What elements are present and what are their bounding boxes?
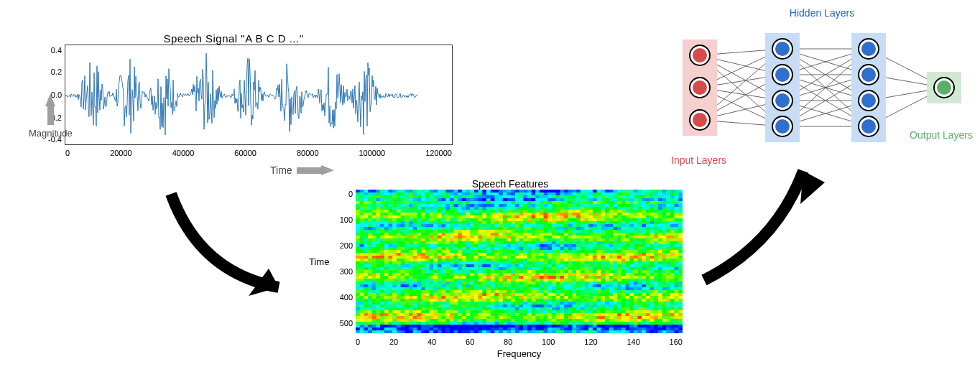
- svg-rect-807: [384, 218, 389, 222]
- svg-rect-2903: [450, 293, 454, 297]
- svg-rect-2817: [425, 290, 430, 294]
- svg-rect-3276: [666, 305, 670, 308]
- svg-rect-1619: [433, 247, 438, 251]
- svg-rect-386: [625, 201, 629, 205]
- svg-rect-482: [364, 207, 368, 210]
- svg-rect-1214: [413, 233, 417, 236]
- svg-rect-2857: [588, 290, 593, 294]
- svg-rect-1285: [376, 236, 380, 239]
- svg-rect-3303: [450, 307, 454, 311]
- svg-rect-1244: [535, 233, 540, 236]
- svg-rect-2432: [486, 276, 491, 279]
- svg-rect-3366: [380, 310, 384, 314]
- svg-rect-1949: [474, 259, 479, 262]
- svg-rect-3637: [507, 319, 511, 322]
- svg-rect-3190: [642, 302, 646, 305]
- svg-rect-3888: [552, 327, 556, 331]
- svg-rect-3925: [376, 330, 380, 333]
- svg-rect-754: [494, 215, 499, 219]
- svg-rect-1389: [474, 238, 479, 242]
- svg-rect-599: [515, 210, 519, 213]
- svg-rect-1784: [454, 253, 458, 256]
- svg-rect-2662: [445, 284, 450, 288]
- svg-rect-202: [527, 195, 532, 199]
- svg-rect-3689: [392, 322, 397, 325]
- svg-rect-2380: [601, 273, 605, 277]
- svg-rect-1099: [597, 227, 601, 231]
- svg-rect-3852: [405, 327, 409, 331]
- svg-rect-2906: [462, 293, 466, 297]
- svg-rect-243: [368, 198, 372, 202]
- svg-rect-2279: [515, 270, 519, 274]
- svg-rect-2006: [380, 261, 384, 265]
- svg-rect-3363: [368, 310, 372, 314]
- svg-rect-1413: [572, 238, 576, 242]
- svg-rect-2624: [617, 282, 621, 285]
- flow-arrow-2-icon: [697, 151, 833, 294]
- svg-rect-2266: [462, 270, 466, 274]
- svg-rect-2667: [466, 284, 471, 288]
- svg-rect-903: [450, 221, 454, 225]
- svg-rect-110: [479, 192, 483, 196]
- svg-rect-1580: [601, 244, 605, 248]
- svg-rect-1578: [593, 244, 597, 248]
- svg-rect-1180: [601, 230, 605, 233]
- svg-rect-3131: [401, 302, 405, 305]
- svg-rect-421: [441, 204, 445, 208]
- svg-rect-2734: [413, 287, 417, 291]
- svg-rect-3986: [625, 330, 629, 333]
- svg-rect-329: [392, 201, 397, 205]
- svg-rect-1612: [405, 247, 409, 251]
- svg-rect-3062: [445, 299, 450, 302]
- svg-rect-310: [642, 198, 646, 202]
- svg-rect-669: [474, 213, 479, 216]
- svg-rect-2629: [637, 282, 642, 285]
- svg-rect-1438: [675, 238, 679, 242]
- svg-rect-1900: [601, 256, 605, 259]
- svg-rect-914: [494, 221, 499, 225]
- svg-rect-2170: [397, 267, 401, 271]
- svg-rect-1247: [547, 233, 552, 236]
- svg-rect-2672: [486, 284, 491, 288]
- svg-rect-116: [503, 192, 507, 196]
- svg-rect-277: [507, 198, 511, 202]
- svg-rect-920: [519, 221, 524, 225]
- svg-rect-3767: [384, 325, 389, 328]
- svg-rect-3226: [462, 305, 466, 308]
- svg-rect-356: [503, 201, 507, 205]
- svg-rect-940: [601, 221, 605, 225]
- svg-rect-2835: [499, 290, 503, 294]
- svg-rect-2964: [372, 296, 376, 299]
- svg-rect-3940: [438, 330, 442, 333]
- svg-rect-1037: [670, 224, 675, 228]
- svg-rect-3846: [380, 327, 384, 331]
- svg-rect-269: [474, 198, 479, 202]
- svg-rect-475: [662, 204, 667, 208]
- svg-rect-2226: [625, 267, 629, 271]
- svg-rect-3935: [417, 330, 421, 333]
- svg-rect-962: [364, 224, 368, 228]
- svg-rect-366: [544, 201, 548, 205]
- svg-rect-2793: [654, 287, 658, 291]
- svg-rect-1490: [560, 241, 564, 245]
- svg-rect-3292: [405, 307, 409, 311]
- svg-rect-1251: [564, 233, 568, 236]
- svg-rect-2854: [576, 290, 581, 294]
- svg-rect-3241: [523, 305, 527, 308]
- svg-rect-652: [405, 213, 409, 216]
- svg-rect-1248: [552, 233, 556, 236]
- svg-point-4039: [693, 80, 707, 95]
- svg-rect-2757: [507, 287, 511, 291]
- svg-rect-2779: [597, 287, 601, 291]
- svg-rect-3824: [617, 325, 621, 328]
- svg-rect-3828: [634, 325, 638, 328]
- svg-rect-672: [486, 213, 491, 216]
- svg-rect-2139: [597, 264, 601, 268]
- svg-rect-2829: [474, 290, 479, 294]
- svg-rect-3806: [544, 325, 548, 328]
- svg-rect-168: [389, 195, 393, 199]
- svg-rect-1310: [479, 236, 483, 239]
- svg-rect-2537: [588, 279, 593, 282]
- svg-rect-1454: [413, 241, 417, 245]
- svg-rect-2256: [421, 270, 425, 274]
